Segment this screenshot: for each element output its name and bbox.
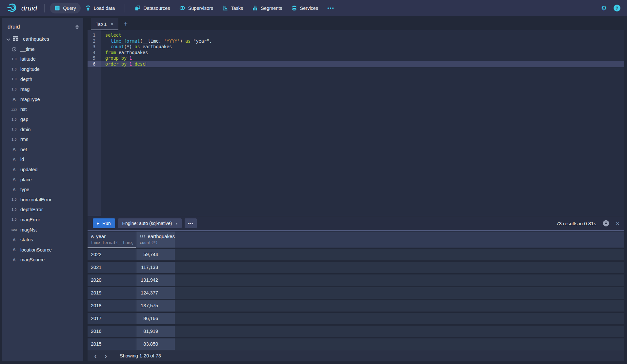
year-cell[interactable]: 2022 [88, 249, 136, 260]
close-results-icon[interactable]: × [616, 220, 619, 227]
query-more-button[interactable]: ••• [185, 218, 197, 228]
table-row: 201583,850 [88, 338, 624, 350]
engine-select[interactable]: Engine: auto (sql-native) ▾ [118, 218, 182, 228]
string-type-icon: A [10, 257, 18, 262]
segments-icon [252, 5, 258, 11]
year-cell[interactable]: 2017 [88, 313, 136, 324]
datasource-tree: earthquakes __time1.0latitude1.0longitud… [2, 34, 83, 265]
datasource-item-earthquakes[interactable]: earthquakes [2, 34, 83, 44]
nav-item-tasks[interactable]: Tasks [218, 3, 248, 13]
new-tab-button[interactable]: + [118, 18, 133, 30]
druid-logo-icon [7, 2, 18, 14]
time-type-icon [10, 47, 18, 51]
column-item-place[interactable]: Aplace [2, 174, 83, 185]
column-item-magError[interactable]: 1.0magError [2, 215, 83, 225]
string-type-icon: A [91, 234, 94, 239]
druid-logo[interactable]: druid [5, 2, 39, 14]
float-type-icon: 1.0 [10, 118, 18, 121]
nav-item-supervisors[interactable]: Supervisors [175, 3, 218, 13]
run-bar: ▶ Run Engine: auto (sql-native) ▾ ••• 73… [88, 216, 624, 231]
column-item-dmin[interactable]: 1.0dmin [2, 124, 83, 134]
table-row: 202259,744 [88, 249, 624, 260]
year-cell[interactable]: 2015 [88, 338, 136, 350]
sql-editor[interactable]: 1select2 time_format(__time, 'YYYY') as … [88, 30, 624, 216]
nav-item-segments[interactable]: Segments [248, 3, 287, 13]
float-type-icon: 1.0 [10, 68, 18, 71]
schema-selector[interactable]: druid [2, 18, 83, 34]
column-item-gap[interactable]: 1.0gap [2, 114, 83, 125]
year-cell[interactable]: 2019 [88, 287, 136, 299]
help-icon[interactable]: ? [614, 5, 620, 11]
column-item-mag[interactable]: 1.0mag [2, 84, 83, 94]
float-type-icon: 1.0 [10, 138, 18, 141]
earthquakes-cell[interactable]: 137,575 [136, 300, 175, 312]
top-nav: druid Query Load data Datasources [0, 0, 627, 16]
nav-divider [44, 4, 45, 12]
column-item-depth[interactable]: 1.0depth [2, 74, 83, 84]
string-type-icon: A [10, 147, 18, 152]
year-cell[interactable]: 2021 [88, 262, 136, 273]
table-row: 201681,919 [88, 326, 624, 337]
editor-line-6: 6order by 1 desc [88, 61, 624, 67]
string-type-icon: A [10, 237, 18, 242]
column-item-updated[interactable]: Aupdated [2, 165, 83, 175]
column-item-locationSource[interactable]: AlocationSource [2, 245, 83, 255]
column-item-id[interactable]: Aid [2, 154, 83, 165]
column-item-status[interactable]: Astatus [2, 235, 83, 245]
column-item-magSource[interactable]: AmagSource [2, 255, 83, 265]
nav-item-services[interactable]: Services [287, 3, 323, 13]
column-item-nst[interactable]: 123nst [2, 104, 83, 114]
nav-more-button[interactable]: ••• [323, 3, 339, 13]
nav-divider [125, 4, 125, 12]
results-rows: 202259,7442021117,1332020131,9422019124,… [88, 249, 624, 350]
nav-item-datasources[interactable]: Datasources [130, 3, 174, 13]
tab-bar: Tab 1 × + [88, 18, 624, 30]
column-item-latitude[interactable]: 1.0latitude [2, 54, 83, 64]
year-cell[interactable]: 2018 [88, 300, 136, 312]
earthquakes-cell[interactable]: 81,919 [136, 326, 175, 337]
earthquakes-cell[interactable]: 83,850 [136, 338, 175, 350]
next-page-icon[interactable]: › [101, 351, 111, 361]
earthquakes-cell[interactable]: 117,133 [136, 262, 175, 273]
float-type-icon: 1.0 [10, 88, 18, 91]
column-item-rms[interactable]: 1.0rms [2, 134, 83, 145]
earthquakes-cell[interactable]: 131,942 [136, 274, 175, 286]
earthquakes-cell[interactable]: 124,377 [136, 287, 175, 299]
table-row: 2018137,575 [88, 300, 624, 312]
float-type-icon: 1.0 [10, 77, 18, 81]
earthquakes-cell[interactable]: 59,744 [136, 249, 175, 260]
column-header-earthquakes[interactable]: 123 earthquakes count(*) [136, 232, 175, 248]
column-item-magType[interactable]: AmagType [2, 94, 83, 105]
string-type-icon: A [10, 187, 18, 192]
tab-close-icon[interactable]: × [111, 22, 113, 27]
column-item-net[interactable]: Anet [2, 145, 83, 155]
column-item-type[interactable]: Atype [2, 185, 83, 195]
editor-line-5: 5group by 1 [88, 55, 624, 61]
prev-page-icon[interactable]: ‹ [90, 351, 101, 361]
editor-line-1: 1select [88, 32, 624, 38]
tab-1[interactable]: Tab 1 × [91, 18, 118, 30]
column-item-depthError[interactable]: 1.0depthError [2, 205, 83, 215]
brand-text: druid [21, 4, 37, 12]
query-workbench: Tab 1 × + 1select2 time_format(__time, '… [88, 18, 624, 361]
double-caret-sort-icon[interactable] [75, 25, 79, 29]
nav-item-load-data[interactable]: Load data [81, 3, 120, 13]
nav-item-query[interactable]: Query [50, 3, 81, 13]
year-cell[interactable]: 2016 [88, 326, 136, 337]
settings-gear-icon[interactable]: ⚙ [601, 5, 607, 11]
earthquakes-cell[interactable]: 86,166 [136, 313, 175, 324]
string-type-icon: A [10, 157, 18, 162]
float-type-icon: 1.0 [10, 128, 18, 131]
results-info: 73 results in 0.81s [556, 221, 596, 226]
string-type-icon: A [10, 97, 18, 102]
column-item-magNst[interactable]: 123magNst [2, 225, 83, 235]
column-item-__time[interactable]: __time [2, 44, 83, 54]
column-item-longitude[interactable]: 1.0longitude [2, 64, 83, 74]
datasource-columns: __time1.0latitude1.0longitude1.0depth1.0… [2, 44, 83, 265]
schema-title: druid [8, 24, 20, 30]
column-item-horizontalError[interactable]: 1.0horizontalError [2, 195, 83, 205]
column-header-year[interactable]: A year time_format(__time, … [88, 232, 136, 248]
run-button[interactable]: ▶ Run [93, 218, 115, 228]
year-cell[interactable]: 2020 [88, 274, 136, 286]
download-results-icon[interactable] [602, 220, 610, 227]
